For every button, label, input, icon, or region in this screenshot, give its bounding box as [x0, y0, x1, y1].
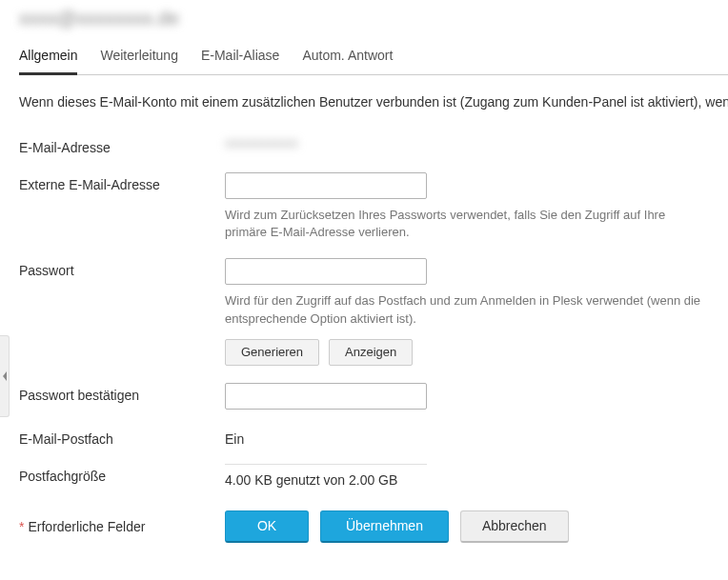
page-title: xxxx@xxxxxxxx.de — [19, 8, 728, 30]
password-label: Passwort — [19, 258, 225, 278]
tab-autoreply[interactable]: Autom. Antwort — [302, 48, 393, 75]
external-email-input[interactable] — [225, 172, 427, 199]
side-panel-handle[interactable] — [0, 335, 10, 417]
required-fields-label: Erforderliche Felder — [28, 519, 145, 534]
chevron-left-icon — [2, 371, 8, 381]
password-confirm-label: Passwort bestätigen — [19, 383, 225, 403]
tab-aliases[interactable]: E-Mail-Aliase — [201, 48, 279, 75]
tab-forwarding[interactable]: Weiterleitung — [100, 48, 177, 75]
password-hint: Wird für den Zugriff auf das Postfach un… — [225, 292, 701, 327]
description-text: Wenn dieses E-Mail-Konto mit einem zusät… — [19, 92, 728, 112]
apply-button[interactable]: Übernehmen — [320, 510, 449, 543]
cancel-button[interactable]: Abbrechen — [460, 510, 569, 543]
ok-button[interactable]: OK — [225, 510, 309, 543]
external-email-label: Externe E-Mail-Adresse — [19, 172, 225, 192]
external-email-hint: Wird zum Zurücksetzen Ihres Passworts ve… — [225, 207, 701, 241]
mailbox-value: Ein — [225, 427, 720, 447]
show-password-button[interactable]: Anzeigen — [329, 339, 413, 366]
asterisk-icon: * — [19, 519, 24, 534]
required-fields-note: *Erforderliche Felder — [19, 519, 225, 534]
generate-password-button[interactable]: Generieren — [225, 339, 319, 366]
password-confirm-input[interactable] — [225, 383, 427, 410]
mailbox-label: E-Mail-Postfach — [19, 427, 225, 447]
tab-general[interactable]: Allgemein — [19, 48, 77, 75]
mailbox-size-label: Postfachgröße — [19, 464, 225, 484]
email-label: E-Mail-Adresse — [19, 135, 225, 155]
mailbox-usage: 4.00 KB genutzt von 2.00 GB — [225, 464, 427, 488]
tabs: Allgemein Weiterleitung E-Mail-Aliase Au… — [19, 47, 728, 75]
password-input[interactable] — [225, 258, 427, 285]
email-value: xxxxxxxxxxx — [225, 135, 298, 150]
